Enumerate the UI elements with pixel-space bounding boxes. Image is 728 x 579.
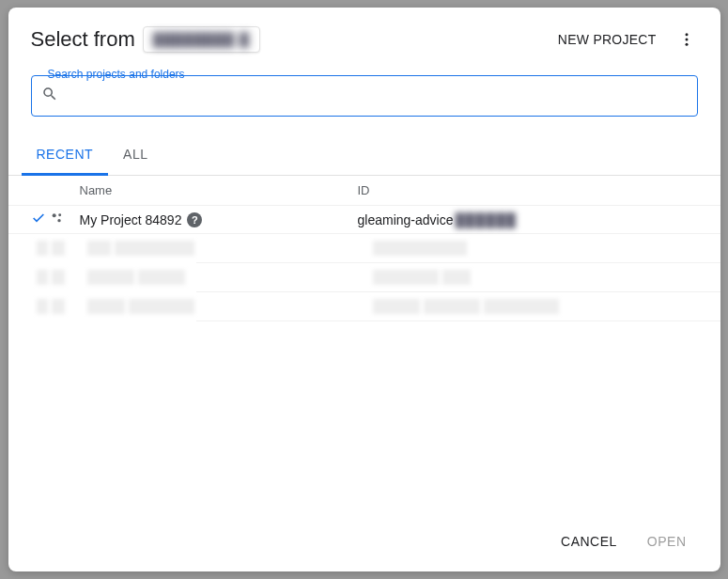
project-name: My Project 84892	[80, 212, 182, 227]
table-row[interactable]: My Project 84892 ? gleaming-advice █████…	[8, 206, 720, 234]
svg-point-2	[685, 43, 688, 46]
svg-point-1	[685, 39, 688, 41]
row-id: gleaming-advice ██████	[358, 212, 698, 227]
cancel-button[interactable]: CANCEL	[550, 526, 628, 556]
help-icon[interactable]: ?	[187, 212, 202, 227]
svg-point-5	[57, 219, 60, 222]
project-picker-dialog: Select from ████████ █ NEW PROJECT Searc…	[8, 8, 720, 571]
table-header: Name ID	[8, 176, 720, 206]
more-options-icon[interactable]	[675, 28, 698, 51]
search-icon	[41, 86, 58, 106]
table-row-redacted	[8, 234, 720, 262]
open-button[interactable]: OPEN	[636, 526, 698, 556]
tabs: RECENT ALL	[8, 135, 720, 176]
search-box[interactable]	[31, 75, 698, 117]
tab-recent[interactable]: RECENT	[22, 135, 109, 176]
column-header-name: Name	[80, 183, 358, 197]
dialog-footer: CANCEL OPEN	[8, 511, 720, 571]
dialog-title: Select from	[31, 27, 135, 52]
search-input[interactable]	[58, 76, 688, 116]
project-icon	[50, 211, 65, 228]
svg-point-0	[685, 33, 688, 36]
column-header-id: ID	[358, 183, 698, 197]
table-row-redacted	[8, 263, 720, 291]
organization-chip[interactable]: ████████ █	[143, 26, 260, 53]
organization-name-redacted: ████████ █	[153, 32, 250, 47]
svg-point-4	[58, 213, 61, 216]
project-id-redacted: ██████	[455, 212, 517, 227]
new-project-button[interactable]: NEW PROJECT	[547, 24, 668, 55]
table-row-redacted	[8, 292, 720, 321]
row-name: My Project 84892 ?	[80, 212, 358, 227]
dialog-header: Select from ████████ █ NEW PROJECT	[8, 8, 720, 66]
project-id-visible: gleaming-advice	[358, 212, 454, 227]
svg-point-3	[52, 213, 55, 217]
check-icon	[31, 211, 46, 228]
row-icons	[31, 211, 80, 228]
search-wrapper: Search projects and folders	[8, 75, 720, 117]
tab-all[interactable]: ALL	[108, 135, 163, 176]
